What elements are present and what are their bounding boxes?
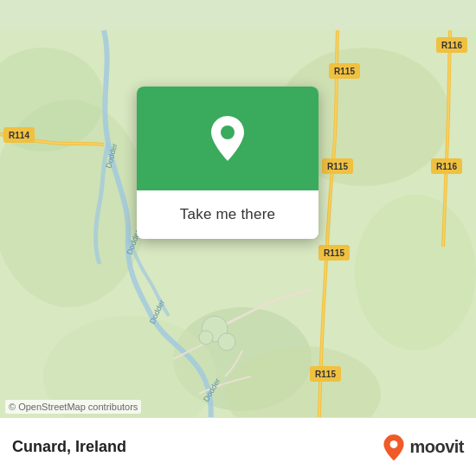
popup-button-area: Take me there [137, 190, 318, 239]
attribution-text: © OpenStreetMap contributors [5, 400, 141, 414]
svg-point-27 [218, 333, 235, 351]
svg-text:R115: R115 [315, 370, 336, 379]
location-pin-icon [207, 114, 248, 163]
svg-text:R114: R114 [9, 131, 29, 140]
location-title: Cunard, Ireland [12, 438, 382, 456]
popup-card: Take me there [137, 87, 318, 239]
svg-text:R116: R116 [441, 41, 462, 50]
moovit-pin-icon [382, 434, 406, 461]
svg-point-3 [355, 195, 476, 351]
map-container: R115 R115 R115 R115 R116 R116 R114 Dodde… [0, 0, 476, 476]
svg-text:R115: R115 [324, 248, 344, 258]
popup-header [137, 87, 318, 190]
svg-text:R116: R116 [436, 162, 457, 171]
svg-point-30 [221, 125, 235, 139]
svg-point-28 [199, 331, 213, 344]
moovit-text: moovit [409, 437, 464, 457]
bottom-bar: Cunard, Ireland moovit [0, 417, 476, 476]
svg-text:R115: R115 [327, 162, 348, 171]
svg-point-31 [390, 441, 398, 448]
moovit-logo: moovit [382, 434, 464, 461]
svg-text:R115: R115 [334, 67, 355, 76]
take-me-there-button[interactable]: Take me there [151, 203, 305, 227]
